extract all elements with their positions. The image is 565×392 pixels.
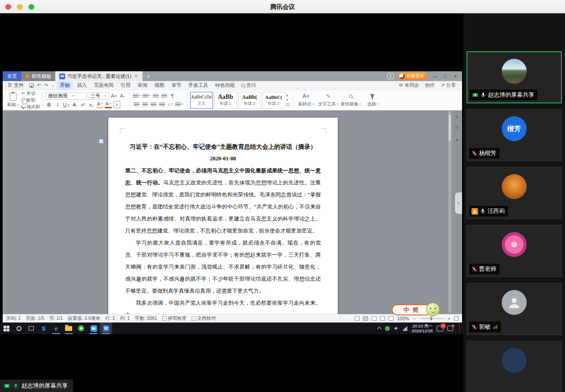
menu-tab-developer[interactable]: 开发工具 — [185, 81, 211, 90]
wps-template-tab[interactable]: 稻壳模板 — [21, 71, 55, 81]
wps-minimize-button[interactable]: — — [432, 74, 438, 79]
view-mode-icon[interactable] — [363, 316, 368, 321]
wps-document-tab[interactable]: W 习近平总书记关...重要论述(1) × — [55, 71, 143, 81]
new-tab-button[interactable]: + — [143, 71, 154, 81]
taskbar-app-browser[interactable] — [75, 323, 87, 334]
participant-tile[interactable]: 郭敏 — [467, 283, 562, 335]
menu-tab-review[interactable]: 审阅 — [135, 81, 151, 90]
view-mode-icon[interactable] — [389, 316, 393, 321]
zoom-in-button[interactable]: + — [448, 316, 450, 321]
increase-indent-button[interactable] — [160, 92, 168, 99]
gallery-up-icon[interactable]: ▴ — [287, 93, 290, 97]
window-count-badge[interactable]: 1 — [387, 73, 394, 79]
wps-home-tab[interactable]: 首页 — [3, 71, 21, 81]
show-desktop-strip[interactable] — [459, 323, 462, 334]
new-style-button[interactable]: A+ 新样式 — [295, 91, 317, 109]
numbering-button[interactable] — [143, 92, 151, 99]
network-tray-icon[interactable] — [403, 326, 408, 331]
menu-tab-special-features[interactable]: 特色功能 — [212, 81, 238, 90]
volume-tray-icon[interactable] — [394, 326, 399, 331]
find-replace-button[interactable]: 查找替换 — [340, 91, 362, 109]
outline-collapse-marker[interactable] — [99, 139, 103, 143]
collaborate-button[interactable]: 协作 — [425, 82, 435, 89]
style-heading2[interactable]: AaBb( 标题 2 — [238, 92, 261, 109]
format-painter-button[interactable]: 格式刷 — [21, 104, 40, 110]
participant-tile[interactable]: 曹老师 — [467, 225, 562, 277]
justify-button[interactable] — [158, 101, 165, 108]
file-menu-button[interactable]: ☰ 文件 — [4, 82, 27, 89]
vertical-scrollbar[interactable] — [448, 111, 451, 313]
gallery-more-icon[interactable]: ☰ — [287, 103, 290, 107]
copy-button[interactable]: 复制 — [21, 97, 40, 103]
taskbar-app-meeting[interactable] — [87, 323, 100, 334]
align-left-button[interactable] — [133, 101, 140, 108]
subscript-button[interactable]: x₂ — [88, 101, 95, 108]
menu-tab-section[interactable]: 章节 — [168, 81, 184, 90]
paste-button[interactable]: 粘贴 — [4, 91, 21, 109]
gallery-down-icon[interactable]: ▾ — [287, 98, 290, 102]
zoom-out-button[interactable]: − — [413, 316, 415, 321]
menu-tab-page-layout[interactable]: 页面布局 — [91, 81, 117, 90]
security-tray-icon[interactable] — [385, 326, 390, 331]
zoom-slider-knob[interactable] — [430, 317, 432, 320]
text-tool-button[interactable]: ✎ 文字工具 — [317, 91, 340, 109]
undo-icon[interactable]: ↶ — [37, 82, 41, 88]
close-tab-icon[interactable]: × — [134, 73, 139, 79]
font-size-select[interactable]: 三号 — [88, 92, 109, 100]
highlight-color-button[interactable]: A — [96, 101, 103, 108]
sync-status-button[interactable]: ⟳ 未同步 — [399, 82, 419, 89]
bullets-button[interactable] — [133, 92, 141, 99]
quick-access-dropdown-icon[interactable] — [51, 83, 54, 88]
wps-close-button[interactable]: × — [452, 74, 459, 79]
wps-maximize-button[interactable]: □ — [442, 74, 448, 79]
style-heading1[interactable]: AaBb 标题 1 — [214, 92, 237, 109]
nav-tool-icon[interactable]: ▴ — [456, 136, 459, 142]
spell-check-toggle[interactable]: ✓ 拼写检查 — [162, 315, 187, 322]
pen-tool-icon[interactable]: ✎ — [455, 114, 459, 120]
font-color-button[interactable]: A — [105, 101, 112, 108]
menu-tab-insert[interactable]: 插入 — [74, 81, 90, 90]
style-heading3[interactable]: AaBbC( 标题 3 — [262, 92, 285, 109]
show-marks-button[interactable]: ¶ — [169, 92, 176, 99]
superscript-button[interactable]: x² — [79, 101, 86, 108]
view-mode-icon[interactable] — [372, 316, 377, 321]
font-name-select[interactable]: 微软雅黑 — [45, 92, 86, 100]
start-button[interactable] — [0, 323, 12, 334]
character-shading-button[interactable]: A — [113, 101, 120, 108]
line-spacing-button[interactable]: ↕ — [167, 101, 174, 108]
redo-icon[interactable]: ↷ — [44, 82, 48, 88]
participant-tile[interactable]: 楷芳 杨楷芳 — [467, 109, 562, 161]
underline-button[interactable]: U — [62, 101, 70, 108]
guest-login-button[interactable]: 访客登录 — [398, 72, 428, 80]
bold-button[interactable]: B — [45, 101, 53, 108]
share-button[interactable]: ↗ 分享 — [441, 82, 456, 89]
taskbar-app-explorer[interactable] — [62, 323, 75, 334]
menu-search[interactable]: 查找 — [241, 82, 256, 89]
input-method-mascot[interactable]: 中 简 — [392, 302, 440, 317]
style-normal[interactable]: AaBbCcDd 正文 — [190, 92, 213, 109]
taskbar-app-wps[interactable]: W — [100, 323, 112, 334]
align-right-button[interactable] — [150, 101, 157, 108]
tray-expand-icon[interactable] — [377, 327, 382, 331]
view-mode-icon[interactable] — [380, 316, 385, 321]
participant-tile-sharer[interactable]: 赵志博的屏幕共享 — [467, 51, 562, 103]
taskbar-app-seewo[interactable]: S — [37, 323, 50, 334]
participant-tile-partial[interactable] — [467, 341, 562, 392]
cut-button[interactable]: ✂剪切 — [21, 90, 40, 97]
task-view-button[interactable] — [25, 323, 37, 334]
taskbar-app-edge[interactable]: e — [50, 323, 62, 334]
decrease-indent-button[interactable] — [152, 92, 159, 99]
strikethrough-button[interactable]: A — [71, 101, 78, 108]
participant-tile[interactable]: 汪西莉 — [467, 167, 562, 219]
grow-font-button[interactable]: A+ — [111, 92, 118, 99]
message-tray-icon[interactable]: 3 — [437, 326, 443, 331]
taskbar-clock[interactable]: 20:23 周一 2020/12/28 — [411, 323, 433, 333]
task-pane-toggle[interactable]: › — [455, 192, 462, 214]
cortana-search-button[interactable] — [12, 323, 25, 334]
view-mode-icon[interactable] — [355, 316, 360, 321]
doc-proof-toggle[interactable]: ✓ 文档校对 — [192, 315, 216, 322]
align-center-button[interactable] — [141, 101, 148, 108]
fit-page-icon[interactable] — [454, 316, 459, 321]
document-page[interactable]: 习近平：在“不忘初心、牢记使命”主题教育总结大会上的讲话（摘录） 2020-01… — [108, 118, 338, 314]
zoom-slider[interactable] — [419, 318, 444, 319]
